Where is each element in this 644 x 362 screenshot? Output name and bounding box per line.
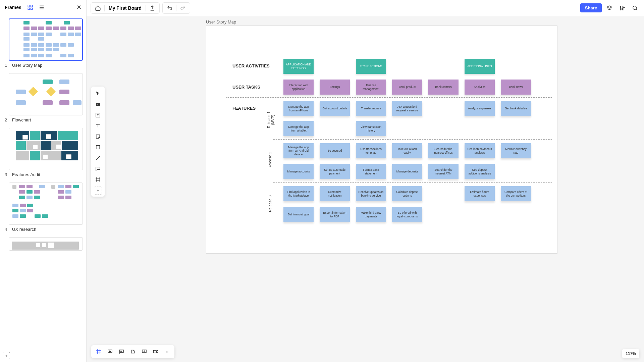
grid-view-icon[interactable] <box>26 3 34 11</box>
frame-item[interactable] <box>3 237 83 251</box>
text-tool-icon[interactable] <box>93 121 103 131</box>
main-area: My First Board Share <box>87 0 644 362</box>
collapse-icon[interactable]: ‹‹ <box>162 347 172 357</box>
feature-sticky[interactable]: Monitor currency rate <box>501 143 531 158</box>
settings-icon[interactable] <box>617 3 627 13</box>
frame-number: 2 <box>5 117 8 122</box>
svg-point-12 <box>624 7 625 8</box>
svg-rect-2 <box>28 8 30 10</box>
frame-item[interactable]: 4 UX research <box>3 183 83 232</box>
task-sticky[interactable]: Bank news <box>501 80 531 95</box>
frame-thumbnail[interactable] <box>9 183 83 225</box>
feature-sticky[interactable]: Be offered with loyalty programs <box>392 207 422 222</box>
feature-sticky[interactable]: Be secured <box>320 143 350 158</box>
add-frame-button[interactable]: + <box>3 352 10 359</box>
feature-sticky[interactable]: See deposit additions analysis <box>465 164 495 179</box>
feature-sticky[interactable]: Manage the app from a tablet <box>283 121 314 136</box>
present-icon[interactable] <box>105 347 115 357</box>
task-sticky[interactable]: Finance management <box>356 80 386 95</box>
feature-sticky[interactable]: Manage the app from an Android device <box>283 143 314 158</box>
feature-sticky[interactable]: Export information to PDF <box>320 207 350 222</box>
svg-rect-0 <box>28 5 30 7</box>
select-tool-icon[interactable] <box>93 89 103 99</box>
frame-thumbnail[interactable] <box>9 18 83 61</box>
frames-list[interactable]: 1 User Story Map <box>0 15 86 349</box>
frames-nav-icon[interactable] <box>93 347 104 357</box>
list-view-icon[interactable] <box>38 3 46 11</box>
feature-sticky[interactable]: Find application in the Marketplace <box>283 186 314 201</box>
line-tool-icon[interactable] <box>93 153 103 163</box>
undo-redo-group <box>162 2 190 14</box>
divider <box>226 97 552 98</box>
video-icon[interactable] <box>150 347 161 357</box>
home-icon[interactable] <box>93 3 103 13</box>
close-sidebar-icon[interactable]: ✕ <box>76 4 82 11</box>
sticky-tool-icon[interactable] <box>93 132 103 142</box>
feature-sticky[interactable]: Customize notification <box>320 186 350 201</box>
canvas[interactable]: User Story Map USER ACTIVITIES USER TASK… <box>87 16 644 362</box>
learn-icon[interactable] <box>604 3 614 13</box>
feature-sticky[interactable]: Get bank detailes <box>501 101 531 116</box>
notes-icon[interactable] <box>127 347 138 357</box>
feature-sticky[interactable]: Set financial goal <box>283 207 314 222</box>
task-sticky[interactable]: Analytics <box>465 80 495 95</box>
board-name[interactable]: My First Board <box>106 5 144 11</box>
frame-thumbnail[interactable] <box>9 73 83 115</box>
feature-sticky[interactable]: Get account details <box>320 101 350 116</box>
topbar: My First Board Share <box>87 0 644 16</box>
feature-sticky[interactable]: Manage the app from an iPhone <box>283 101 314 116</box>
label-release1: Release 1 (MVP) <box>267 106 275 133</box>
task-sticky[interactable]: Bank product <box>392 80 422 95</box>
task-sticky[interactable]: Bank centers <box>428 80 459 95</box>
feature-sticky[interactable]: Calculate deposit options <box>392 186 422 201</box>
feature-sticky[interactable]: Transfer money <box>356 101 386 116</box>
feature-sticky[interactable]: Compare offers of the competitors <box>501 186 531 201</box>
more-tools-icon[interactable]: + <box>94 187 102 195</box>
label-activities: USER ACTIVITIES <box>232 63 270 68</box>
feature-sticky[interactable]: Manage deposits <box>392 164 422 179</box>
feature-sticky[interactable]: See loan payments analysis <box>465 143 495 158</box>
task-sticky[interactable]: Interaction with application <box>283 80 314 95</box>
comments-icon[interactable] <box>116 347 127 357</box>
frame-thumbnail[interactable] <box>9 237 83 251</box>
task-sticky[interactable]: Settings <box>320 80 350 95</box>
feature-sticky[interactable]: Estimate future expenses <box>465 186 495 201</box>
feature-sticky[interactable]: Use transactions template <box>356 143 386 158</box>
sidebar-title: Frames <box>5 5 21 10</box>
comment-tool-icon[interactable] <box>93 164 103 174</box>
undo-icon[interactable] <box>165 3 175 13</box>
shape-tool-icon[interactable] <box>93 142 103 152</box>
activity-sticky[interactable]: APPLICATION AND SETTINGS <box>283 59 314 74</box>
templates-tool-icon[interactable] <box>93 99 103 109</box>
frame-name: UX research <box>12 227 36 232</box>
feature-sticky[interactable]: Search for the nearest ATM <box>428 164 459 179</box>
frame-item[interactable]: 2 Flowchart <box>3 73 83 122</box>
export-icon[interactable] <box>147 3 157 13</box>
frame-canvas[interactable]: USER ACTIVITIES USER TASKS FEATURES Rele… <box>206 25 557 254</box>
feature-sticky[interactable]: Receive updates on banking service <box>356 186 386 201</box>
divider <box>273 139 552 140</box>
activity-sticky[interactable]: TRANSACTIONS <box>356 59 386 74</box>
upload-tool-icon[interactable] <box>93 110 103 120</box>
share-button[interactable]: Share <box>580 3 602 12</box>
feature-sticky[interactable]: Form a bank statement <box>356 164 386 179</box>
feature-sticky[interactable]: View transaction history <box>356 121 386 136</box>
screen-share-icon[interactable] <box>139 347 150 357</box>
feature-sticky[interactable]: Take out a loan easily <box>392 143 422 158</box>
zoom-level[interactable]: 117% <box>622 349 639 358</box>
feature-sticky[interactable]: Ask a question/ request a service <box>392 101 422 116</box>
frame-title[interactable]: User Story Map <box>206 19 236 24</box>
frame-name: Flowchart <box>12 117 31 122</box>
feature-sticky[interactable]: Manage accounts <box>283 164 314 179</box>
frame-item[interactable]: 3 Features Audit <box>3 128 83 177</box>
search-icon[interactable] <box>630 3 640 13</box>
redo-icon[interactable] <box>178 3 188 13</box>
feature-sticky[interactable]: Analyze expenses <box>465 101 495 116</box>
frame-item[interactable]: 1 User Story Map <box>3 18 83 68</box>
frame-tool-icon[interactable] <box>93 174 103 185</box>
feature-sticky[interactable]: Make third party payments <box>356 207 386 222</box>
feature-sticky[interactable]: Search for the nearest offices <box>428 143 459 158</box>
feature-sticky[interactable]: Set up automatic payment <box>320 164 350 179</box>
activity-sticky[interactable]: ADDITIONAL INFO <box>465 59 495 74</box>
frame-thumbnail[interactable] <box>9 128 83 170</box>
